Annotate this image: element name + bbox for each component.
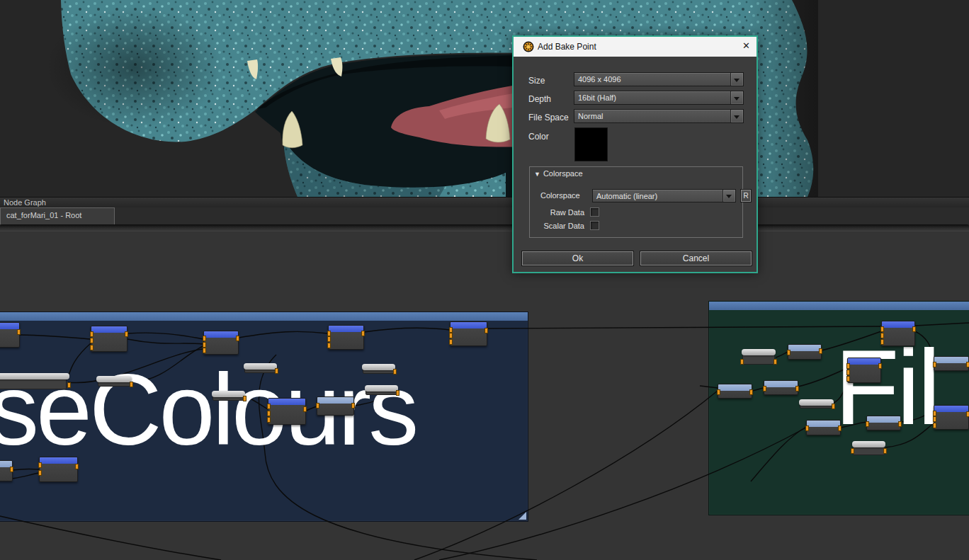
dropdown-arrow-icon[interactable]: [730, 91, 743, 104]
input-port[interactable]: [805, 425, 809, 431]
group-resize-grip[interactable]: [518, 512, 526, 520]
input-port[interactable]: [846, 376, 850, 382]
input-port[interactable]: [203, 336, 206, 341]
output-port[interactable]: [351, 403, 355, 408]
output-port[interactable]: [832, 404, 835, 409]
graph-node[interactable]: [934, 405, 969, 430]
output-port[interactable]: [17, 329, 21, 335]
graph-node[interactable]: [268, 398, 306, 425]
node-header[interactable]: [0, 323, 19, 329]
node-header[interactable]: [91, 326, 127, 333]
output-port[interactable]: [966, 362, 969, 367]
input-port[interactable]: [90, 345, 94, 350]
graph-node[interactable]: [799, 399, 834, 408]
output-port[interactable]: [774, 359, 777, 365]
graph-node[interactable]: [362, 364, 395, 374]
output-port[interactable]: [125, 331, 128, 337]
output-port[interactable]: [484, 328, 488, 333]
graph-node[interactable]: [788, 344, 822, 360]
input-port[interactable]: [717, 389, 720, 395]
collapsed-node-bar[interactable]: [852, 441, 885, 447]
input-port[interactable]: [846, 363, 850, 369]
graph-node[interactable]: [450, 321, 487, 346]
node-header[interactable]: [934, 406, 968, 412]
node-header[interactable]: [882, 321, 914, 328]
depth-dropdown[interactable]: 16bit (Half): [574, 91, 744, 105]
input-port[interactable]: [267, 417, 271, 423]
graph-node[interactable]: [0, 322, 20, 348]
node-header[interactable]: [788, 345, 821, 351]
input-port[interactable]: [933, 362, 936, 367]
dialog-titlebar[interactable]: Add Bake Point ✕: [514, 37, 756, 57]
input-port[interactable]: [203, 348, 206, 353]
panel-splitter-handle[interactable]: [0, 224, 969, 231]
output-port[interactable]: [75, 464, 79, 469]
input-port[interactable]: [267, 411, 271, 416]
output-port[interactable]: [130, 382, 133, 387]
graph-node[interactable]: [212, 391, 245, 401]
node-header[interactable]: [867, 416, 900, 423]
output-port[interactable]: [966, 411, 969, 417]
output-port[interactable]: [275, 368, 278, 374]
graph-node[interactable]: [39, 457, 78, 482]
node-header[interactable]: [40, 457, 77, 464]
node-graph-canvas[interactable]: [0, 231, 969, 560]
collapsed-node-bar[interactable]: [799, 399, 834, 406]
node-header[interactable]: [450, 322, 487, 328]
node-header[interactable]: [718, 384, 752, 391]
input-port[interactable]: [327, 331, 331, 336]
graph-node[interactable]: [91, 326, 128, 352]
input-port[interactable]: [327, 343, 331, 348]
input-port[interactable]: [851, 448, 854, 454]
node-header[interactable]: [764, 381, 798, 387]
input-port[interactable]: [933, 411, 936, 416]
graph-node[interactable]: [764, 380, 798, 395]
collapsed-node-bar[interactable]: [742, 349, 776, 355]
colorspace-dropdown[interactable]: Automatic (linear): [592, 189, 736, 202]
input-port[interactable]: [38, 462, 42, 468]
colorspace-reset-button[interactable]: R: [740, 189, 752, 202]
output-port[interactable]: [838, 425, 842, 431]
graph-node[interactable]: [317, 396, 354, 416]
collapsed-node-bar[interactable]: [362, 364, 395, 370]
input-port[interactable]: [90, 338, 94, 343]
output-port[interactable]: [393, 369, 397, 375]
dropdown-arrow-icon[interactable]: [730, 110, 743, 122]
graph-node[interactable]: [881, 321, 915, 346]
input-port[interactable]: [763, 386, 766, 392]
input-port[interactable]: [203, 342, 206, 348]
collapsed-node-bar[interactable]: [244, 363, 277, 370]
graph-node[interactable]: [742, 349, 776, 365]
scalar-data-checkbox[interactable]: [590, 221, 599, 230]
output-port[interactable]: [243, 396, 246, 401]
output-port[interactable]: [878, 363, 882, 369]
input-port[interactable]: [846, 370, 850, 375]
graph-node[interactable]: [244, 363, 277, 373]
graph-node[interactable]: [365, 385, 398, 395]
output-port[interactable]: [236, 336, 239, 341]
graph-node[interactable]: [0, 460, 13, 481]
node-header[interactable]: [848, 358, 880, 365]
output-port[interactable]: [883, 448, 887, 454]
input-port[interactable]: [866, 421, 869, 427]
colorspace-section-header[interactable]: ▼Colorspace: [534, 169, 583, 178]
collapsed-node-bar[interactable]: [96, 376, 132, 382]
cancel-button[interactable]: Cancel: [640, 251, 752, 266]
output-port[interactable]: [10, 467, 13, 472]
node-header[interactable]: [934, 357, 968, 363]
input-port[interactable]: [449, 327, 453, 333]
output-port[interactable]: [819, 348, 822, 354]
ok-button[interactable]: Ok: [521, 251, 634, 266]
collapse-triangle-icon[interactable]: ▼: [534, 171, 540, 178]
file-space-dropdown[interactable]: Normal: [574, 109, 744, 123]
dropdown-arrow-icon[interactable]: [730, 73, 743, 86]
collapsed-node-bar[interactable]: [0, 373, 69, 379]
input-port[interactable]: [449, 339, 453, 345]
output-port[interactable]: [795, 386, 799, 392]
graph-node[interactable]: [806, 420, 841, 435]
output-port[interactable]: [912, 326, 916, 332]
3d-paint-viewport[interactable]: [0, 0, 969, 197]
node-header[interactable]: [807, 421, 840, 427]
input-port[interactable]: [327, 336, 331, 342]
node-header[interactable]: [329, 326, 363, 332]
